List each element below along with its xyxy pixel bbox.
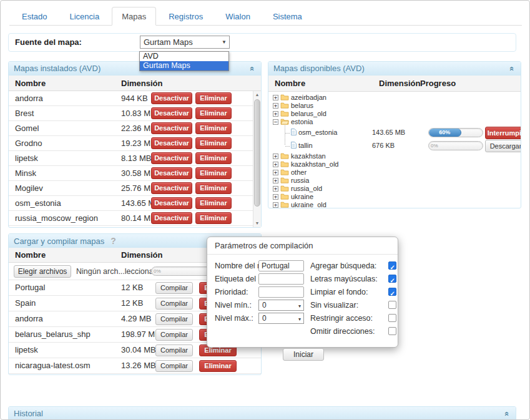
tree-folder-label: estonia [291, 118, 313, 125]
tree-folder-russia-old[interactable]: +russia_old [273, 185, 521, 193]
table-row: nicaragua-latest.osm13.26 MBCompilarElim… [9, 358, 261, 374]
table-row: andorra944 KBDesactivarEliminar [9, 91, 261, 106]
iniciar-button[interactable]: Iniciar [283, 348, 324, 361]
omitir-direcciones-checkbox[interactable] [388, 327, 396, 335]
desactivar-button[interactable]: Desactivar [151, 137, 192, 149]
sin-visualizar-checkbox[interactable] [388, 301, 396, 309]
desactivar-button[interactable]: Desactivar [151, 197, 192, 209]
desactivar-button[interactable]: Desactivar [151, 167, 192, 179]
vertical-scrollbar[interactable]: ▲ ▼ [253, 91, 261, 227]
restringir-acceso-checkbox[interactable] [388, 314, 396, 322]
compilar-button[interactable]: Compilar [155, 298, 193, 310]
tab-registros[interactable]: Registros [159, 7, 213, 26]
scroll-up-icon[interactable]: ▲ [253, 91, 261, 99]
select-arrow-icon: ▼ [222, 36, 227, 48]
dialog-title: Parámetros de compilación [207, 237, 398, 255]
tree-folder-russia[interactable]: +russia [273, 177, 521, 185]
folder-icon [280, 185, 291, 192]
eliminar-button[interactable]: Eliminar [195, 197, 232, 209]
desactivar-button[interactable]: Desactivar [151, 122, 192, 134]
desactivar-button[interactable]: Desactivar [151, 212, 192, 224]
etiqueta-del-mapa-input[interactable] [258, 273, 304, 285]
compile-parameters-dialog: Parámetros de compilación Iniciar Nombre… [207, 237, 398, 348]
desactivar-button[interactable]: Desactivar [151, 92, 192, 104]
tree-folder-estonia[interactable]: −estonia [273, 118, 521, 126]
tree-folder-belarus-old[interactable]: +belarus_old [273, 110, 521, 118]
expand-node-icon[interactable]: + [273, 186, 278, 192]
choose-files-button[interactable]: Elegir archivos [14, 265, 71, 278]
desactivar-button[interactable]: Desactivar [151, 107, 192, 119]
dropdown-option-gurtam-maps[interactable]: Gurtam Maps [140, 61, 228, 71]
descargar-button[interactable]: Descargar [485, 140, 521, 152]
tab-sistema[interactable]: Sistema [263, 7, 312, 26]
tab-mapas[interactable]: Mapas [112, 7, 156, 26]
expand-node-icon[interactable]: + [273, 103, 278, 109]
map-source-select[interactable]: Gurtam Maps ▼ [140, 36, 230, 49]
scrollbar-thumb[interactable] [254, 99, 260, 207]
expand-node-icon[interactable]: + [273, 154, 278, 159]
compilar-button[interactable]: Compilar [155, 360, 193, 372]
tree-folder-other[interactable]: +other [273, 168, 521, 177]
folder-icon [280, 152, 291, 160]
collapse-node-icon[interactable]: − [273, 119, 278, 125]
nombre-del-mapa-input[interactable] [258, 260, 304, 271]
tree-folder-kazakhstan-old[interactable]: +kazakhstan_old [273, 160, 521, 168]
tree-folder-label: russia [291, 177, 309, 184]
eliminar-button[interactable]: Eliminar [195, 152, 232, 164]
scroll-down-icon[interactable]: ▼ [253, 220, 261, 227]
letras-may-sculas-checkbox[interactable] [388, 275, 396, 283]
app-window: EstadoLicenciaMapasRegistrosWialonSistem… [0, 0, 530, 420]
tab-wialon[interactable]: Wialon [215, 7, 260, 26]
nivel-m-n-select[interactable]: 0▾ [258, 300, 304, 311]
desactivar-button[interactable]: Desactivar [151, 182, 192, 194]
nivel-m-x-select[interactable]: 0▾ [258, 313, 304, 324]
desactivar-button[interactable]: Desactivar [151, 152, 192, 164]
tree-folder-ukraine-old[interactable]: +ukraine_old [273, 201, 521, 208]
help-icon[interactable]: ? [110, 236, 116, 246]
eliminar-button[interactable]: Eliminar [195, 107, 232, 119]
compilar-button[interactable]: Compilar [155, 313, 193, 325]
tab-estado[interactable]: Estado [12, 7, 57, 26]
expand-node-icon[interactable]: + [273, 111, 278, 117]
nombre-del-mapa-label: Nombre del mapa: [215, 260, 258, 272]
expand-node-icon[interactable]: + [273, 202, 278, 208]
compilar-button[interactable]: Compilar [155, 282, 193, 294]
eliminar-button[interactable]: Eliminar [195, 167, 232, 179]
eliminar-button[interactable]: Eliminar [195, 182, 232, 194]
compilar-button[interactable]: Compilar [155, 329, 193, 341]
expand-node-icon[interactable]: + [273, 162, 278, 167]
tab-licencia[interactable]: Licencia [59, 7, 109, 26]
col-dimension: Dimensión [121, 248, 162, 263]
eliminar-button[interactable]: Eliminar [195, 137, 232, 149]
expand-node-icon[interactable]: + [273, 178, 278, 183]
available-table-header: Nombre Dimensión Progreso [268, 76, 521, 92]
eliminar-button[interactable]: Eliminar [195, 92, 232, 104]
dialog-field-row: Nivel mín.:0▾ [215, 299, 308, 312]
collapse-icon[interactable]: « [505, 65, 519, 72]
map-size: 198.97 MB [121, 327, 160, 342]
eliminar-button[interactable]: Eliminar [195, 212, 232, 224]
tree-folder-kazakhstan[interactable]: +kazakhstan [273, 152, 521, 160]
tree-file-tallin[interactable]: tallin676 KB0%Descargar [283, 139, 521, 152]
collapse-icon[interactable]: « [500, 410, 514, 418]
compilar-button[interactable]: Compilar [155, 344, 193, 356]
eliminar-button[interactable]: Eliminar [195, 122, 232, 134]
expand-node-icon[interactable]: + [273, 95, 278, 100]
eliminar-button[interactable]: Eliminar [199, 360, 237, 372]
agregar-b-squeda-checkbox[interactable] [388, 261, 396, 270]
map-size: 30.04 MB [121, 343, 156, 358]
expand-node-icon[interactable]: + [273, 170, 278, 175]
tree-folder-ukraine[interactable]: +ukraine [273, 193, 521, 201]
interrumpir-button[interactable]: Interrumpir [485, 127, 521, 139]
expand-node-icon[interactable]: + [273, 194, 278, 200]
history-panel-title: Historial [14, 409, 43, 418]
progress-label: 0% [431, 142, 438, 150]
folder-icon [280, 168, 291, 176]
limpiar-el-fondo-checkbox[interactable] [388, 288, 396, 296]
dropdown-option-avd[interactable]: AVD [140, 52, 228, 61]
tree-folder-belarus[interactable]: +belarus [273, 102, 521, 110]
collapse-icon[interactable]: « [245, 65, 259, 72]
tree-folder-azeirbadjan[interactable]: +azeirbadjan [273, 94, 521, 102]
tree-file-osm-estonia[interactable]: osm_estonia143.65 MB60%Interrumpir [283, 126, 521, 139]
prioridad-input[interactable] [258, 286, 304, 298]
